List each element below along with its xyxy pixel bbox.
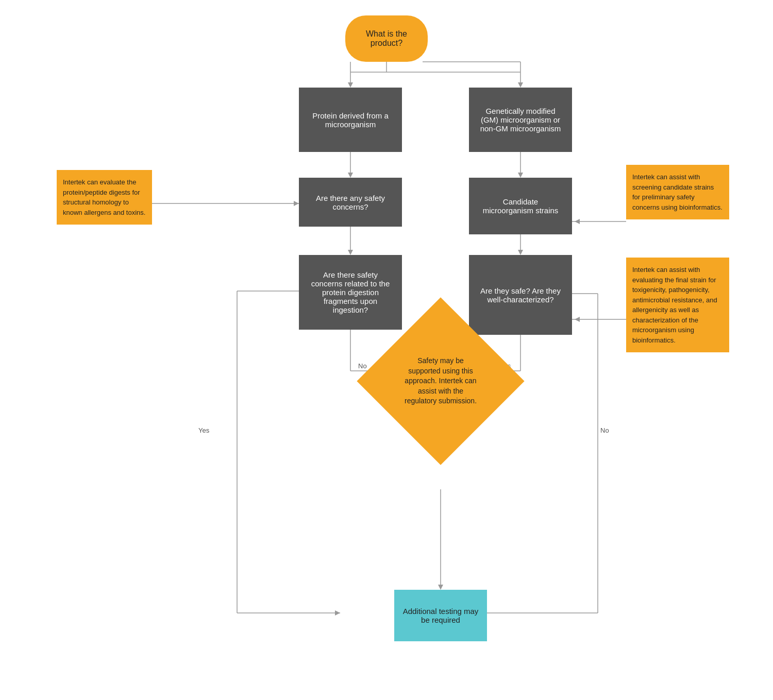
additional-testing-node: Additional testing may be required	[394, 590, 487, 641]
safety-concerns-node: Are there any safety concerns?	[299, 178, 402, 227]
svg-marker-1	[348, 82, 353, 88]
svg-marker-37	[438, 585, 443, 590]
flowchart: No Yes Yes No What is the product? Prote…	[0, 0, 773, 700]
digestion-fragments-node: Are there safety concerns related to the…	[299, 255, 402, 330]
svg-marker-11	[518, 173, 523, 178]
svg-marker-13	[348, 250, 353, 255]
svg-marker-19	[294, 201, 299, 206]
right-info-box-top: Intertek can assist with screening candi…	[626, 165, 729, 219]
left-info-box: Intertek can evaluate the protein/peptid…	[57, 170, 152, 225]
safety-diamond-text: Safety may be supported using this appro…	[392, 346, 490, 417]
svg-marker-9	[348, 173, 353, 178]
svg-marker-21	[575, 317, 580, 322]
start-node: What is the product?	[345, 15, 428, 62]
safety-diamond-wrapper: Safety may be supported using this appro…	[381, 322, 500, 440]
gm-node: Genetically modified (GM) microorganism …	[469, 88, 572, 152]
right-info-box-bottom: Intertek can assist with evaluating the …	[626, 258, 729, 352]
candidate-strains-node: Candidate microorganism strains	[469, 178, 572, 234]
yes-label-left: Yes	[198, 426, 210, 434]
svg-marker-17	[575, 219, 580, 224]
svg-marker-28	[335, 610, 340, 616]
svg-marker-4	[518, 82, 523, 88]
svg-marker-15	[518, 250, 523, 255]
no-label-left: No	[358, 362, 367, 370]
no-label-right: No	[600, 426, 609, 434]
protein-node: Protein derived from a microorganism	[299, 88, 402, 152]
